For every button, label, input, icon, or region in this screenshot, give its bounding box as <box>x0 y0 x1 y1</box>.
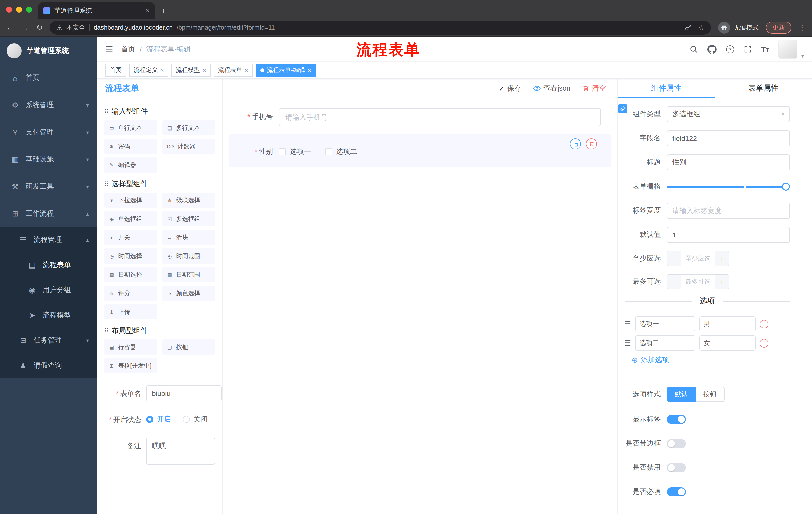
key-icon[interactable] <box>685 24 692 31</box>
tab-form-props[interactable]: 表单属性 <box>715 79 812 98</box>
palette-item[interactable]: ☆评分 <box>104 286 157 301</box>
reload-icon[interactable]: ↻ <box>36 24 43 32</box>
tag-close-icon[interactable]: × <box>203 67 206 73</box>
sidebar-item-process-form[interactable]: ▤ 流程表单 <box>0 252 97 278</box>
switch-required[interactable] <box>667 487 686 496</box>
palette-item[interactable]: ▤多行文本 <box>162 120 215 135</box>
sidebar-item-dev-tools[interactable]: ⚒ 研发工具 ▾ <box>0 173 97 200</box>
palette-item[interactable]: ◉单选框组 <box>104 211 157 226</box>
checkbox-box[interactable] <box>325 148 332 155</box>
copy-component-button[interactable] <box>570 138 581 150</box>
tag-process-form-edit[interactable]: 流程表单-编辑 × <box>256 64 316 77</box>
tab-close-icon[interactable]: × <box>146 6 150 15</box>
palette-item[interactable]: ◴时间范围 <box>162 248 215 264</box>
fullscreen-icon[interactable] <box>744 45 751 53</box>
tag-process-model[interactable]: 流程模型 × <box>171 64 210 77</box>
status-radio-off[interactable]: 关闭 <box>183 415 207 424</box>
zoom-window-button[interactable] <box>26 6 32 12</box>
sidebar-item-home[interactable]: ⌂ 首页 <box>0 64 97 91</box>
sidebar-item-user-group[interactable]: ◉ 用户分组 <box>0 278 97 303</box>
drag-handle-icon[interactable]: ☰ <box>625 339 631 347</box>
save-button[interactable]: ✓ 保存 <box>499 84 521 93</box>
switch-disabled[interactable] <box>667 463 686 472</box>
style-button-button[interactable]: 按钮 <box>696 387 725 402</box>
palette-item[interactable]: ▣行容器 <box>104 340 157 355</box>
palette-item[interactable]: ✎编辑器 <box>104 157 157 172</box>
form-grid-slider[interactable] <box>667 179 790 195</box>
palette-item[interactable]: ⊞表格[开发中] <box>104 358 157 373</box>
sidebar-item-workflow[interactable]: ⊞ 工作流程 ▴ <box>0 200 97 227</box>
close-window-button[interactable] <box>6 6 12 12</box>
breadcrumb-home[interactable]: 首页 <box>121 45 135 54</box>
kebab-menu-icon[interactable]: ⋮ <box>799 23 806 32</box>
option-label-input[interactable] <box>635 335 695 351</box>
bookmark-star-icon[interactable]: ☆ <box>698 24 704 32</box>
checkbox-option-2[interactable]: 选项二 <box>325 147 357 156</box>
avatar[interactable] <box>778 39 798 59</box>
view-json-button[interactable]: 查看json <box>533 84 570 93</box>
component-type-select[interactable]: 多选框组 ▾ <box>667 106 790 122</box>
tag-home[interactable]: 首页 <box>105 64 126 77</box>
palette-item[interactable]: ▭单行文本 <box>104 120 157 135</box>
palette-item[interactable]: ◑颜色选择 <box>162 286 215 301</box>
sidebar-item-system-management[interactable]: ⚙ 系统管理 ▾ <box>0 91 97 119</box>
remark-textarea[interactable]: 嘿嘿 <box>146 437 215 465</box>
decrease-button[interactable]: − <box>667 251 682 266</box>
avatar-caret-icon[interactable]: ▾ <box>802 53 804 59</box>
title-input[interactable] <box>667 154 790 170</box>
palette-item[interactable]: ◐开关 <box>104 230 157 245</box>
slider-track[interactable] <box>667 185 786 188</box>
increase-button[interactable]: + <box>715 251 729 266</box>
option-value-input[interactable] <box>699 316 755 331</box>
delete-component-button[interactable] <box>586 138 597 150</box>
checkbox-box[interactable] <box>279 148 286 155</box>
minimize-window-button[interactable] <box>16 6 22 12</box>
tag-process-form[interactable]: 流程表单 × <box>213 64 253 77</box>
tag-close-icon[interactable]: × <box>160 67 164 73</box>
tag-close-icon[interactable]: × <box>308 67 311 73</box>
tag-close-icon[interactable]: × <box>245 67 248 73</box>
browser-tab[interactable]: 芋道管理系统 × <box>38 2 155 19</box>
remove-option-button[interactable]: − <box>759 339 768 347</box>
sidebar-item-leave-query[interactable]: ♟ 请假查询 <box>0 353 97 378</box>
back-icon[interactable]: ← <box>6 24 14 32</box>
min-select-value[interactable]: 至少应选 <box>682 251 715 266</box>
remove-option-button[interactable]: − <box>759 320 768 328</box>
sidebar-item-process-management[interactable]: ☰ 流程管理 ▴ <box>0 227 97 252</box>
palette-item[interactable]: ◷时间选择 <box>104 248 157 264</box>
clear-button[interactable]: 清空 <box>582 84 606 93</box>
tab-component-props[interactable]: 组件属性 <box>617 79 715 98</box>
palette-item[interactable]: ✱密码 <box>104 139 157 154</box>
option-value-input[interactable] <box>699 335 755 351</box>
palette-item[interactable]: ▾下拉选择 <box>104 193 157 208</box>
help-icon[interactable]: ? <box>726 45 734 53</box>
palette-item[interactable]: 123计数器 <box>162 139 215 154</box>
sidebar-item-task-management[interactable]: ⊟ 任务管理 ▾ <box>0 328 97 353</box>
slider-handle[interactable] <box>782 183 790 191</box>
security-label[interactable]: 不安全 <box>66 23 85 32</box>
default-value-input[interactable] <box>667 227 790 243</box>
checkbox-option-1[interactable]: 选项一 <box>279 147 311 156</box>
drag-handle-icon[interactable]: ☰ <box>625 320 631 328</box>
gender-form-item-selected[interactable]: *性别 选项一 选项二 <box>229 134 611 167</box>
update-button[interactable]: 更新 <box>766 22 791 34</box>
style-default-button[interactable]: 默认 <box>667 387 696 402</box>
phone-form-item[interactable]: *手机号 <box>229 104 611 130</box>
increase-button[interactable]: + <box>715 275 729 289</box>
palette-item[interactable]: ▢按钮 <box>162 340 215 355</box>
option-label-input[interactable] <box>635 316 695 331</box>
status-radio-on[interactable]: 开启 <box>146 415 171 424</box>
max-select-value[interactable]: 最多可选 <box>682 275 715 289</box>
sidebar-item-payment-management[interactable]: ¥ 支付管理 ▾ <box>0 119 97 146</box>
palette-item[interactable]: ▦日期选择 <box>104 267 157 282</box>
palette-item[interactable]: ▩日期范围 <box>162 267 215 282</box>
form-name-input[interactable] <box>146 385 222 401</box>
search-icon[interactable] <box>689 45 698 53</box>
palette-item[interactable]: ⋔级联选择 <box>162 193 215 208</box>
palette-item[interactable]: ☑多选框组 <box>162 211 215 226</box>
switch-border[interactable] <box>667 439 686 448</box>
palette-item[interactable]: ↥上传 <box>104 304 157 319</box>
font-size-icon[interactable]: T T <box>761 45 769 53</box>
forward-icon[interactable]: → <box>21 24 29 32</box>
palette-item[interactable]: ↔滑块 <box>162 230 215 245</box>
